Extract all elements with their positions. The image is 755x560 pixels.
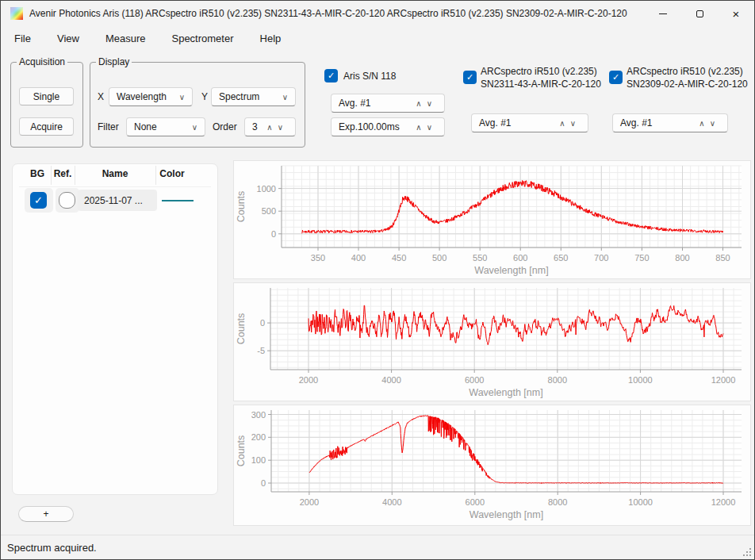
device-ir510-1-checkbox[interactable]: ✓ <box>463 71 477 84</box>
svg-text:800: 800 <box>675 253 689 263</box>
svg-text:0: 0 <box>261 478 266 488</box>
ir510-2-average-stepper[interactable]: Avg. #1 ∧∨ <box>612 113 728 132</box>
chevron-down-icon: ∨ <box>282 93 288 102</box>
spectrum-name-field[interactable]: 2025-11-07 ... <box>78 190 157 211</box>
svg-text:Wavelength [nm]: Wavelength [nm] <box>469 387 542 398</box>
svg-text:4000: 4000 <box>382 497 401 507</box>
minimize-button[interactable] <box>645 1 681 26</box>
device-aris-label: Aris S/N 118 <box>343 70 396 82</box>
close-icon: × <box>733 8 740 20</box>
svg-text:Wavelength [nm]: Wavelength [nm] <box>469 509 543 520</box>
chevron-down-icon: ∨ <box>192 123 197 132</box>
check-icon: ✓ <box>612 72 619 82</box>
resize-grip-icon[interactable] <box>742 547 751 556</box>
spectra-table: BG Ref. Name Color ✓ 2025-11-07 ... <box>12 163 218 495</box>
svg-text:0: 0 <box>271 229 276 239</box>
filter-select[interactable]: None ∨ <box>126 117 205 136</box>
check-icon: ✓ <box>466 72 473 82</box>
column-divider <box>51 166 52 185</box>
up-down-chevrons-icon: ∧∨ <box>699 119 720 128</box>
maximize-icon <box>696 10 703 17</box>
order-value: 3 <box>252 121 258 132</box>
svg-text:600: 600 <box>513 253 527 263</box>
bg-checkbox[interactable]: ✓ <box>30 192 47 209</box>
aris-average-value: Avg. #1 <box>339 98 370 109</box>
chevron-down-icon: ∨ <box>179 93 185 102</box>
y-axis-select[interactable]: Spectrum ∨ <box>211 87 296 106</box>
menu-help[interactable]: Help <box>260 33 282 44</box>
single-button[interactable]: Single <box>19 87 74 105</box>
window-controls: × <box>645 1 754 26</box>
menu-spectrometer[interactable]: Spectrometer <box>171 33 233 44</box>
menu-file[interactable]: File <box>14 33 31 44</box>
order-stepper[interactable]: 3 ∧∨ <box>244 117 296 136</box>
svg-text:4000: 4000 <box>381 375 400 385</box>
app-window: Avenir Photonics Aris (118) ARCspectro i… <box>0 0 755 560</box>
svg-text:450: 450 <box>392 253 406 263</box>
display-group-label: Display <box>96 56 132 67</box>
svg-text:6000: 6000 <box>465 375 484 385</box>
ref-checkbox[interactable] <box>59 192 75 209</box>
svg-text:12000: 12000 <box>711 375 736 385</box>
aris-average-stepper[interactable]: Avg. #1 ∧∨ <box>331 94 445 113</box>
y-axis-label: Y <box>201 91 208 102</box>
svg-text:10000: 10000 <box>628 497 653 507</box>
svg-text:300: 300 <box>251 410 266 420</box>
x-axis-value: Wavelength <box>117 91 167 102</box>
device-ir510-2-label-line2: SN2309-02-A-MIR-C-20-120 <box>627 78 748 90</box>
device-aris-checkbox[interactable]: ✓ <box>324 69 338 82</box>
svg-text:6000: 6000 <box>466 497 485 507</box>
svg-text:Counts: Counts <box>236 191 247 223</box>
svg-text:-5: -5 <box>257 346 265 355</box>
y-axis-value: Spectrum <box>219 91 259 102</box>
chart-visible-spectrum: 3504004505005506006507007508008500500100… <box>233 160 751 279</box>
svg-text:8000: 8000 <box>548 375 567 385</box>
svg-text:8000: 8000 <box>548 497 567 507</box>
menu-bar: File View Measure Spectrometer Help <box>14 28 281 48</box>
color-swatch[interactable] <box>162 200 194 201</box>
chart-mir-spectrum: 200040006000800010000120000100200300Wave… <box>233 405 751 526</box>
minimize-icon <box>659 13 667 14</box>
ir510-1-average-value: Avg. #1 <box>479 117 511 128</box>
acquisition-group: Acquisition Single Acquire <box>10 62 83 148</box>
close-button[interactable]: × <box>718 1 754 26</box>
svg-text:350: 350 <box>311 253 325 263</box>
x-axis-select[interactable]: Wavelength ∨ <box>109 87 193 106</box>
svg-text:Counts: Counts <box>236 435 247 467</box>
order-label: Order <box>213 121 237 132</box>
title-bar: Avenir Photonics Aris (118) ARCspectro i… <box>1 1 754 26</box>
up-down-chevrons-icon: ∧∨ <box>416 99 437 108</box>
menu-measure[interactable]: Measure <box>105 33 146 44</box>
svg-text:750: 750 <box>634 253 649 263</box>
device-ir510-1-label: ARCspectro iR510 (v2.235) SN2311-43-A-MI… <box>481 65 601 90</box>
aris-exposure-stepper[interactable]: Exp.100.00ms ∧∨ <box>331 117 445 136</box>
svg-text:700: 700 <box>594 253 608 263</box>
column-divider <box>75 166 75 185</box>
bg-cell: ✓ <box>25 188 53 213</box>
svg-text:2000: 2000 <box>299 375 318 385</box>
svg-text:500: 500 <box>262 206 276 216</box>
ir510-1-average-stepper[interactable]: Avg. #1 ∧∨ <box>471 113 588 132</box>
col-header-ref: Ref. <box>54 168 72 179</box>
svg-text:12000: 12000 <box>711 497 736 507</box>
svg-text:10000: 10000 <box>628 375 653 385</box>
aris-exposure-value: Exp.100.00ms <box>339 121 400 132</box>
up-down-chevrons-icon: ∧∨ <box>416 123 437 132</box>
svg-text:1000: 1000 <box>257 184 276 194</box>
svg-text:850: 850 <box>715 253 730 263</box>
svg-text:650: 650 <box>554 253 568 263</box>
column-divider <box>155 166 156 185</box>
check-icon: ✓ <box>328 71 335 81</box>
menu-view[interactable]: View <box>57 33 79 44</box>
acquire-button[interactable]: Acquire <box>19 117 74 136</box>
status-text: Spectrum acquired. <box>7 542 97 554</box>
device-ir510-2-checkbox[interactable]: ✓ <box>609 71 623 84</box>
col-header-color: Color <box>159 168 184 179</box>
window-title: Avenir Photonics Aris (118) ARCspectro i… <box>29 1 627 26</box>
maximize-button[interactable] <box>681 1 718 26</box>
filter-label: Filter <box>98 121 119 132</box>
svg-text:100: 100 <box>251 455 266 465</box>
svg-text:Counts: Counts <box>236 313 247 345</box>
add-spectrum-button[interactable]: + <box>18 506 74 522</box>
ir510-2-average-value: Avg. #1 <box>620 117 652 128</box>
